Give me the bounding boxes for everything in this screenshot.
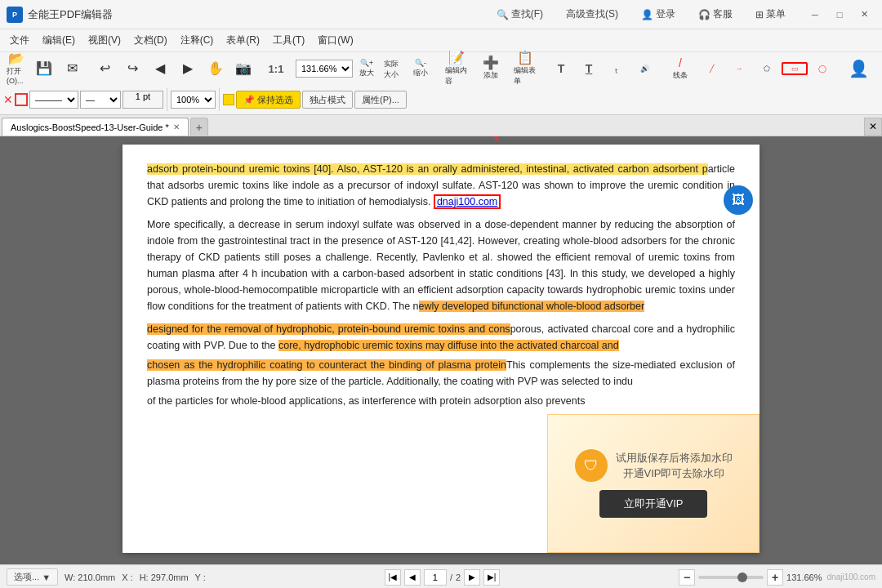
close-button[interactable]: ✕ [853,7,875,23]
edit-form-icon: 📋 [517,51,533,65]
image-button[interactable]: 🖼 [724,185,753,215]
app-title: 全能王PDF编辑器 [28,7,113,22]
pdf-page: 🖼 adsorb protein-bound uremic toxins [40… [122,145,760,553]
menu-button[interactable]: ⊞ 菜单 [751,6,791,23]
text-special-button[interactable]: ₜ [604,60,630,77]
search-icon: 🔍 [497,9,509,20]
vip-button[interactable]: 立即开通VIP [599,490,708,518]
color-indicator-red [15,93,28,106]
undo-button[interactable]: ↩ [91,60,118,77]
edit-content-button[interactable]: 📝 编辑内容 [440,55,473,82]
page-prev-button[interactable]: ◀ [404,569,421,586]
page-input[interactable] [424,569,447,586]
text-underline-icon: T [586,62,593,75]
hand-icon: ✋ [207,62,224,75]
person-button[interactable]: 👤 [842,55,875,82]
menu-tools[interactable]: 工具(T) [266,31,311,50]
rect-button[interactable]: ▭ [782,62,808,75]
linebar-label: 线条 [673,70,688,81]
pdf-scroll-area[interactable]: 🖼 adsorb protein-bound uremic toxins [40… [0,136,882,564]
add-button[interactable]: ➕ 添加 [474,55,507,82]
menu-form[interactable]: 表单(R) [220,31,266,50]
new-tab-button[interactable]: + [190,118,208,136]
text-edit-button[interactable]: T [576,60,602,77]
redo-button[interactable]: ↪ [119,60,145,77]
page-last-button[interactable]: ▶| [483,569,500,586]
hold-select-button[interactable]: 📌 保持选选 [236,91,301,109]
page-next-button[interactable]: ▶ [464,569,480,586]
highlight-orange-1: ewly developed bifunctional whole-blood … [419,301,645,312]
menu-view[interactable]: 视图(V) [82,31,127,50]
zoom-slider[interactable] [698,576,764,579]
zoom-in-icon: 🔍+ [360,59,373,67]
highlight-orange-4: chosen as the hydrophilic coating to cou… [147,359,506,371]
text-tool-button[interactable]: T [548,60,574,77]
zoom-percent-label: 131.66% [786,572,822,582]
zoom-thumb[interactable] [737,572,747,582]
audio-button[interactable]: 🔊 [631,63,657,74]
arrow-button[interactable]: → [726,63,752,74]
edit-form-button[interactable]: 📋 编辑表单 [509,55,541,82]
email-icon: ✉ [67,62,78,75]
status-bar: 选项... ▼ W: 210.0mm X : H: 297.0mm Y : |◀… [0,564,882,588]
zoom-100-button[interactable]: 1:1 [263,61,289,77]
zoom-in-btn[interactable]: 🔍+ 放大 [354,57,380,80]
page-separator: / [450,572,452,582]
draw-line-button[interactable]: ╱ [698,63,724,74]
document-tab[interactable]: Auslogics-BoostSpeed-13-User-Guide * ✕ [2,118,189,136]
hand-button[interactable]: ✋ [203,60,229,77]
menu-window[interactable]: 窗口(W) [311,31,359,50]
text-T-icon: T [558,62,565,75]
line-icon: / [679,56,682,69]
pdf-text-content: adsorb protein-bound uremic toxins [40].… [147,161,735,409]
zoom-out-status-button[interactable]: − [679,569,695,586]
zoom-out-btn[interactable]: 🔍- 缩小 [408,57,434,80]
email-button[interactable]: ✉ [59,60,85,77]
zoom-fit-btn[interactable]: 实际大小 [381,56,407,82]
line-end-select[interactable]: — [80,91,121,109]
camera-button[interactable]: 📷 [230,60,256,77]
page-first-button[interactable]: |◀ [385,569,401,586]
user-icon: 👤 [641,9,653,20]
maximize-button[interactable]: □ [828,7,851,23]
ellipse-button[interactable]: ◯ [809,63,835,74]
menu-doc[interactable]: 文档(D) [127,31,174,50]
vip-shield-icon: 🛡 [575,449,608,482]
exclusive-button[interactable]: 独占模式 [302,91,353,109]
rect-icon: ▭ [791,65,799,73]
back-button[interactable]: ◀ [147,60,173,77]
properties-button[interactable]: 属性(P)... [354,91,407,109]
advsearch-button[interactable]: 高级查找(S) [561,6,623,23]
link-dnaji[interactable]: dnaji100.com [434,194,501,209]
line-style-select[interactable]: ——— - - - [29,91,78,109]
tab-close-all-button[interactable]: ✕ [864,118,882,136]
camera-icon: 📷 [235,62,252,75]
status-center: |◀ ◀ / 2 ▶ ▶| [385,569,500,586]
paragraph-3: designed for the removal of hydrophobic,… [147,321,735,354]
login-button[interactable]: 👤 登录 [636,6,680,23]
zoom-in-status-button[interactable]: + [767,569,783,586]
sep-row2-1 [167,88,167,111]
service-button[interactable]: 🎧 客服 [693,6,737,23]
content-wrapper: 🖼 adsorb protein-bound uremic toxins [40… [0,136,882,564]
minimize-button[interactable]: ─ [804,7,826,23]
line-width-input[interactable]: 1 pt [122,91,163,109]
forward-button[interactable]: ▶ [175,60,201,77]
pentagon-icon: ⬠ [764,65,770,73]
save-button[interactable]: 💾 [31,60,57,77]
status-left: 选项... ▼ W: 210.0mm X : H: 297.0mm Y : [7,568,206,586]
menu-file[interactable]: 文件 [3,31,36,50]
zoom-select-row2[interactable]: 100% 75% 125% [171,91,216,109]
menu-comment[interactable]: 注释(C) [174,31,220,50]
redo-icon: ↪ [127,62,138,75]
linebar-button[interactable]: / 线条 [664,55,697,82]
search-button[interactable]: 🔍 查找(F) [492,6,548,23]
open-button[interactable]: 📂 打开(O)... [3,51,29,87]
add-icon: ➕ [483,56,499,69]
promo-content-row: 🛡 试用版保存后将添加水印开通VIP即可去除水印 [575,449,733,482]
tab-close-button[interactable]: ✕ [173,122,180,131]
zoom-select[interactable]: 131.66% 100% 150% 200% [296,60,353,78]
menu-edit[interactable]: 编辑(E) [36,31,82,50]
select-dropdown-button[interactable]: 选项... ▼ [7,568,58,586]
pentagon-button[interactable]: ⬠ [754,63,780,74]
